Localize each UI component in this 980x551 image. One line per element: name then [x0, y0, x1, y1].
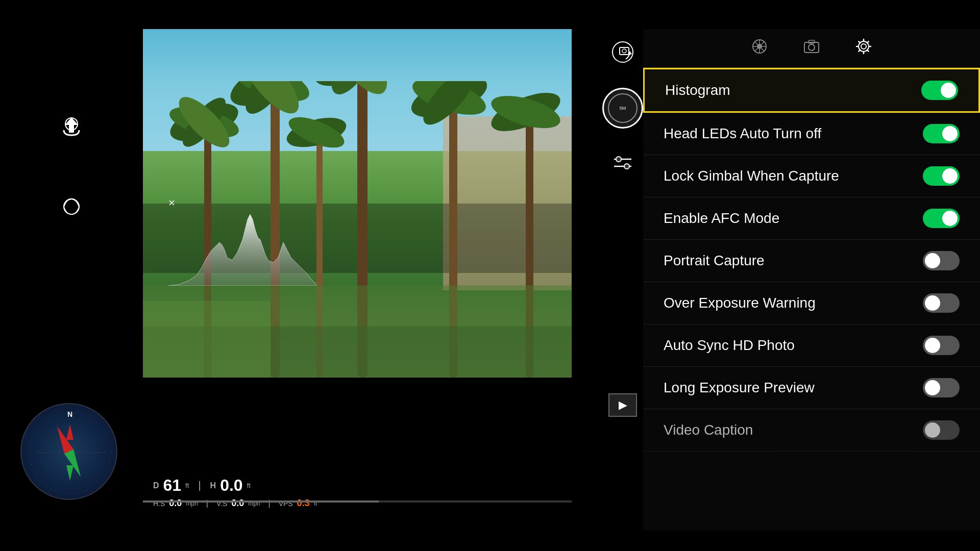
toggle-histogram[interactable] — [921, 81, 958, 100]
setting-long-exposure: Long Exposure Preview — [643, 367, 980, 409]
toggle-auto-sync[interactable] — [923, 336, 960, 355]
gallery-button[interactable]: ▶ — [608, 393, 637, 417]
distance-label: D — [153, 481, 159, 490]
histogram-overlay: × — [168, 209, 316, 296]
setting-histogram: Histogram — [643, 68, 980, 113]
toggle-long-exposure[interactable] — [923, 378, 960, 397]
svg-point-44 — [861, 44, 866, 49]
distance-unit: ft — [185, 482, 189, 489]
svg-point-48 — [622, 49, 626, 53]
svg-point-40 — [757, 44, 762, 49]
tab-settings[interactable] — [855, 38, 872, 58]
right-panel: Histogram Head LEDs Auto Turn off Lock G… — [643, 29, 980, 531]
setting-label-over-exposure: Over Exposure Warning — [664, 295, 816, 311]
toggle-head-leds[interactable] — [923, 124, 960, 143]
toggle-afc-mode[interactable] — [923, 209, 960, 228]
sync-camera-button[interactable] — [607, 37, 638, 67]
orbit-button[interactable] — [59, 194, 84, 221]
toggle-lock-gimbal[interactable] — [923, 166, 960, 186]
app-container: × D 61 ft | H 0.0 ft H.S — [0, 0, 980, 551]
histogram-chart — [168, 209, 316, 286]
hs-value: 0.0 — [169, 498, 182, 509]
histogram-close-btn[interactable]: × — [168, 196, 175, 210]
compass: N — [20, 403, 117, 500]
height-unit: ft — [247, 482, 251, 489]
setting-portrait: Portrait Capture — [643, 240, 980, 282]
setting-label-head-leds: Head LEDs Auto Turn off — [664, 126, 821, 142]
vs-value: 0.0 — [231, 498, 244, 509]
distance-value: 61 — [163, 476, 182, 495]
progress-bar-track — [143, 500, 572, 503]
svg-marker-28 — [168, 214, 316, 286]
toggle-portrait[interactable] — [923, 251, 960, 270]
height-value: 0.0 — [220, 476, 242, 495]
setting-label-long-exposure: Long Exposure Preview — [664, 380, 815, 396]
svg-marker-37 — [53, 424, 74, 454]
svg-point-45 — [859, 41, 869, 52]
setting-head-leds: Head LEDs Auto Turn off — [643, 113, 980, 155]
svg-point-51 — [616, 157, 621, 162]
setting-label-lock-gimbal: Lock Gimbal When Capture — [664, 168, 839, 184]
upload-icon — [59, 112, 84, 138]
left-sidebar: N — [0, 0, 143, 551]
setting-label-auto-sync: Auto Sync HD Photo — [664, 337, 795, 354]
toggle-video-caption[interactable] — [923, 420, 960, 440]
setting-label-portrait: Portrait Capture — [664, 253, 765, 269]
setting-video-caption: Video Caption — [643, 409, 980, 452]
setting-label-afc-mode: Enable AFC Mode — [664, 210, 779, 227]
height-label: H — [210, 481, 216, 490]
toggle-over-exposure[interactable] — [923, 293, 960, 313]
vps-value: 0.3 — [297, 498, 310, 509]
setting-over-exposure: Over Exposure Warning — [643, 282, 980, 324]
gallery-icon: ▶ — [619, 398, 627, 412]
shutter-button[interactable]: 5M — [602, 88, 643, 129]
right-action-panel: 5M ▶ — [602, 29, 643, 417]
progress-bar-fill — [143, 500, 379, 503]
setting-lock-gimbal: Lock Gimbal When Capture — [643, 155, 980, 197]
tab-shutter[interactable] — [751, 38, 768, 58]
tab-bar — [643, 29, 980, 68]
svg-point-53 — [624, 164, 629, 169]
svg-marker-38 — [64, 449, 85, 479]
camera-feed: × — [143, 29, 572, 378]
svg-rect-27 — [143, 301, 271, 378]
sync-camera-icon — [610, 40, 635, 64]
svg-point-42 — [808, 44, 815, 51]
setting-afc-mode: Enable AFC Mode — [643, 197, 980, 240]
filter-icon — [611, 152, 634, 174]
filter-button[interactable] — [608, 149, 637, 178]
hud-bottom: D 61 ft | H 0.0 ft H.S 0.0 mph | V.S 0.0… — [143, 471, 572, 522]
tab-camera[interactable] — [803, 38, 820, 58]
settings-list: Histogram Head LEDs Auto Turn off Lock G… — [643, 68, 980, 452]
setting-auto-sync: Auto Sync HD Photo — [643, 324, 980, 367]
orbit-icon — [59, 194, 84, 219]
svg-rect-47 — [620, 47, 629, 55]
setting-label-video-caption: Video Caption — [664, 422, 753, 438]
upload-button[interactable] — [59, 112, 84, 138]
setting-label-histogram: Histogram — [665, 82, 730, 98]
shutter-label: 5M — [620, 106, 626, 111]
